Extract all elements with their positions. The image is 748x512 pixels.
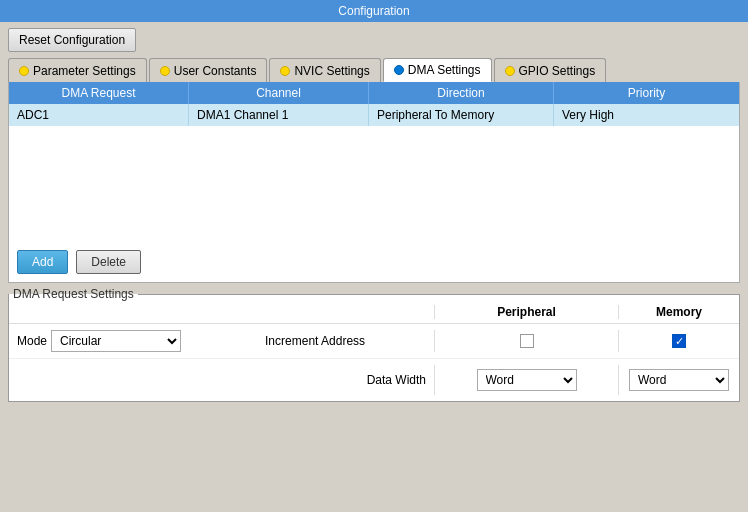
cell-priority: Very High	[554, 104, 739, 126]
memory-col-header: Memory	[619, 305, 739, 319]
table-row[interactable]: ADC1 DMA1 Channel 1 Peripheral To Memory…	[9, 104, 739, 126]
tab-label-nvic: NVIC Settings	[294, 64, 369, 78]
tab-user-constants[interactable]: User Constants	[149, 58, 268, 82]
data-width-label-section: Data Width	[9, 373, 434, 387]
peripheral-data-width-select[interactable]: Word Byte Half Word	[477, 369, 577, 391]
tab-gpio-settings[interactable]: GPIO Settings	[494, 58, 607, 82]
dma-settings-legend: DMA Request Settings	[9, 287, 138, 301]
tab-dot-nvic	[280, 66, 290, 76]
mode-increment-row: Mode Circular Normal Increment Address ✓	[9, 324, 739, 359]
button-row: Add Delete	[9, 242, 739, 282]
table-header-row: DMA Request Channel Direction Priority	[9, 82, 739, 104]
memory-increment-checkbox[interactable]: ✓	[672, 334, 686, 348]
main-panel: DMA Request Channel Direction Priority A…	[8, 82, 740, 283]
add-button[interactable]: Add	[17, 250, 68, 274]
col-header-dma-request: DMA Request	[9, 82, 189, 104]
memory-data-width-cell: Word Byte Half Word	[619, 365, 739, 395]
tab-label-parameter: Parameter Settings	[33, 64, 136, 78]
tab-dot-gpio	[505, 66, 515, 76]
dma-table: DMA Request Channel Direction Priority A…	[9, 82, 739, 242]
col-header-priority: Priority	[554, 82, 739, 104]
tab-dot-parameter	[19, 66, 29, 76]
cell-dma-request: ADC1	[9, 104, 189, 126]
config-title: Configuration	[0, 0, 748, 22]
data-width-row: Data Width Word Byte Half Word Word Byte…	[9, 359, 739, 401]
toolbar: Reset Configuration	[0, 22, 748, 58]
cell-channel: DMA1 Channel 1	[189, 104, 369, 126]
memory-increment-checkbox-cell: ✓	[619, 330, 739, 352]
delete-button[interactable]: Delete	[76, 250, 141, 274]
mode-label-section: Mode Circular Normal Increment Address	[9, 330, 434, 352]
cell-direction: Peripheral To Memory	[369, 104, 554, 126]
peripheral-col-header: Peripheral	[434, 305, 619, 319]
peripheral-increment-checkbox[interactable]	[520, 334, 534, 348]
peripheral-increment-checkbox-cell	[434, 330, 619, 352]
tab-label-gpio: GPIO Settings	[519, 64, 596, 78]
peripheral-data-width-cell: Word Byte Half Word	[434, 365, 619, 395]
tab-parameter-settings[interactable]: Parameter Settings	[8, 58, 147, 82]
reset-config-button[interactable]: Reset Configuration	[8, 28, 136, 52]
mode-label: Mode	[17, 334, 47, 348]
settings-header-row: Peripheral Memory	[9, 301, 739, 324]
tab-nvic-settings[interactable]: NVIC Settings	[269, 58, 380, 82]
tab-label-user-constants: User Constants	[174, 64, 257, 78]
col-header-channel: Channel	[189, 82, 369, 104]
mode-select[interactable]: Circular Normal	[51, 330, 181, 352]
tab-dot-user-constants	[160, 66, 170, 76]
tab-dot-dma	[394, 65, 404, 75]
col-header-direction: Direction	[369, 82, 554, 104]
memory-data-width-select[interactable]: Word Byte Half Word	[629, 369, 729, 391]
inc-addr-label: Increment Address	[265, 334, 365, 348]
tab-bar: Parameter Settings User Constants NVIC S…	[0, 58, 748, 82]
tab-label-dma: DMA Settings	[408, 63, 481, 77]
tab-dma-settings[interactable]: DMA Settings	[383, 58, 492, 82]
dma-request-settings-fieldset: DMA Request Settings Peripheral Memory M…	[8, 287, 740, 402]
